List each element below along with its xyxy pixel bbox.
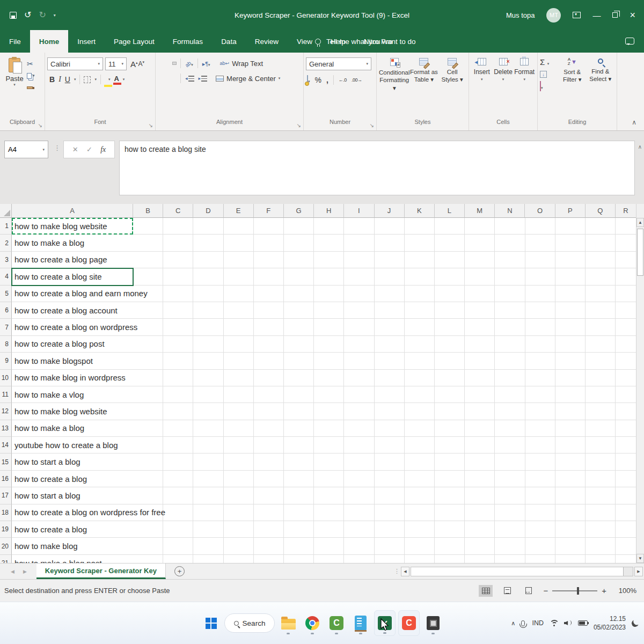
row-number[interactable]: 14: [0, 437, 12, 453]
row-number[interactable]: 12: [0, 403, 12, 420]
empty-cells[interactable]: [133, 538, 644, 554]
cell-keyword[interactable]: how to make a blog post: [12, 555, 133, 563]
row-number[interactable]: 2: [0, 235, 12, 251]
collapse-formula-bar-icon[interactable]: ∧: [638, 144, 642, 150]
zoom-slider[interactable]: [552, 590, 597, 591]
next-sheet-icon[interactable]: ▶: [23, 569, 27, 574]
column-header[interactable]: Q: [586, 204, 616, 218]
vertical-scrollbar[interactable]: ▲ ▼: [636, 204, 644, 563]
row-number[interactable]: 4: [0, 268, 12, 285]
chrome-button[interactable]: [302, 610, 323, 636]
cell-keyword[interactable]: how to make a blog: [12, 235, 133, 251]
empty-cells[interactable]: [133, 437, 644, 453]
column-header[interactable]: J: [375, 204, 405, 218]
enter-icon[interactable]: ✓: [86, 145, 92, 153]
paste-button[interactable]: Paste ▾: [2, 56, 27, 119]
insert-function-icon[interactable]: fx: [100, 145, 106, 154]
find-select-button[interactable]: Find & Select ▾: [587, 56, 615, 119]
file-explorer-button[interactable]: [277, 610, 299, 636]
cell-keyword[interactable]: how to create a blog: [12, 471, 133, 487]
sort-filter-button[interactable]: AZ ▼ Sort & Filter ▾: [558, 56, 587, 119]
cell-keyword[interactable]: how to start a blog: [12, 453, 133, 470]
restore-button[interactable]: [612, 12, 618, 18]
insert-cells-button[interactable]: ◂ Insert▾: [471, 56, 493, 119]
row-number[interactable]: 17: [0, 487, 12, 504]
start-button[interactable]: [200, 610, 222, 636]
empty-cells[interactable]: [133, 420, 644, 437]
row-number[interactable]: 15: [0, 453, 12, 470]
ribbon-tab[interactable]: Home: [30, 30, 69, 53]
cancel-icon[interactable]: ✕: [72, 145, 78, 153]
borders-button[interactable]: [84, 76, 91, 83]
column-header[interactable]: N: [495, 204, 525, 218]
cell-keyword[interactable]: how to create a blog post: [12, 336, 133, 353]
bottom-align-button[interactable]: [173, 62, 176, 64]
row-number[interactable]: 19: [0, 521, 12, 538]
scroll-up-icon[interactable]: ▲: [636, 218, 644, 227]
column-header[interactable]: O: [525, 204, 555, 218]
cell-keyword[interactable]: how to create a blog account: [12, 302, 133, 319]
page-break-view-button[interactable]: [522, 585, 536, 597]
new-sheet-button[interactable]: +: [174, 566, 185, 576]
focus-assist-icon[interactable]: [631, 619, 640, 627]
wrap-text-button[interactable]: ab↩ Wrap Text: [220, 60, 264, 68]
font-size-select[interactable]: 11▾: [105, 57, 127, 70]
select-all-button[interactable]: [0, 204, 12, 218]
cell-keyword[interactable]: how to make blog in wordpress: [12, 370, 133, 386]
tell-me-search[interactable]: Tell me what you want to do: [315, 38, 416, 46]
clipboard-dialog-launcher[interactable]: ↘: [38, 123, 42, 128]
horizontal-scroll-thumb[interactable]: [411, 567, 624, 576]
tray-expand-icon[interactable]: ∧: [511, 620, 515, 627]
vertical-scroll-thumb[interactable]: [637, 229, 643, 276]
empty-cells[interactable]: [133, 252, 644, 268]
row-number[interactable]: 11: [0, 386, 12, 403]
page-layout-view-button[interactable]: [500, 585, 514, 597]
ribbon-display-options-icon[interactable]: [573, 12, 581, 18]
row-number[interactable]: 10: [0, 370, 12, 386]
close-button[interactable]: ×: [630, 10, 635, 20]
empty-cells[interactable]: [133, 319, 644, 335]
comments-icon[interactable]: [625, 38, 634, 45]
comma-style-button[interactable]: ,: [326, 76, 328, 84]
text-direction-button[interactable]: ▸¶▾: [202, 58, 210, 68]
column-header[interactable]: G: [284, 204, 314, 218]
wifi-icon[interactable]: [550, 620, 558, 626]
cell-keyword[interactable]: how to create a blog and earn money: [12, 286, 133, 302]
cut-button[interactable]: ✂: [27, 60, 33, 68]
zoom-in-button[interactable]: +: [602, 586, 606, 595]
empty-cells[interactable]: [133, 487, 644, 504]
sheet-tab[interactable]: Keyword Scraper - Generator Key: [36, 564, 166, 579]
keyword-tool-button[interactable]: [350, 610, 371, 636]
account-name[interactable]: Mus topa: [506, 11, 535, 19]
format-painter-button[interactable]: [27, 83, 33, 92]
column-header[interactable]: E: [224, 204, 254, 218]
format-cells-button[interactable]: ↔ Format▾: [514, 56, 535, 119]
orientation-button[interactable]: ab▾: [185, 58, 193, 68]
row-number[interactable]: 3: [0, 252, 12, 268]
ribbon-tab[interactable]: Review: [246, 30, 288, 53]
number-format-select[interactable]: General▾: [306, 57, 371, 70]
prev-sheet-icon[interactable]: ◀: [11, 569, 14, 574]
cell-keyword[interactable]: how to make a vlog: [12, 386, 133, 403]
clear-button[interactable]: ▾: [540, 82, 558, 91]
copy-button[interactable]: ▾: [27, 71, 35, 80]
scroll-left-icon[interactable]: ◀: [401, 567, 409, 576]
empty-cells[interactable]: [133, 268, 644, 285]
empty-cells[interactable]: [133, 403, 644, 420]
clock[interactable]: 12.15 05/02/2023: [594, 614, 626, 632]
conditional-formatting-button[interactable]: Conditional Formatting ▾: [379, 56, 410, 119]
column-header[interactable]: F: [254, 204, 284, 218]
format-as-table-button[interactable]: Format as Table ▾: [410, 56, 438, 119]
grow-font-button[interactable]: A▴: [130, 60, 138, 69]
top-align-button[interactable]: [158, 62, 161, 64]
empty-cells[interactable]: [133, 521, 644, 538]
middle-align-button[interactable]: [165, 62, 169, 64]
collapse-ribbon-icon[interactable]: ∧: [632, 119, 636, 126]
underline-button[interactable]: U: [65, 75, 70, 84]
align-left-button[interactable]: [158, 77, 161, 79]
align-right-button[interactable]: [173, 77, 176, 79]
speaker-icon[interactable]: [564, 620, 572, 626]
empty-cells[interactable]: [133, 504, 644, 521]
empty-cells[interactable]: [133, 336, 644, 353]
ribbon-tab[interactable]: Formulas: [164, 30, 212, 53]
